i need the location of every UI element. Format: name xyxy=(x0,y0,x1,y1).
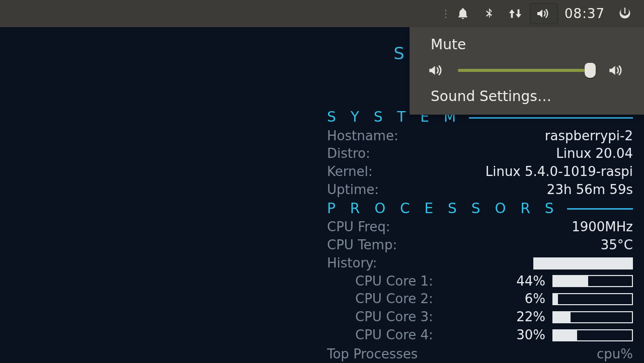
row-cpu-core-3: CPU Core 3:22% xyxy=(327,309,633,326)
section-processors-label: P R O C E S S O R S xyxy=(327,200,559,218)
cpu-freq-label: CPU Freq: xyxy=(327,219,390,236)
row-cpu-core-2: CPU Core 2:6% xyxy=(327,291,633,308)
volume-slider[interactable] xyxy=(458,69,596,72)
hostname-value: raspberrypi-2 xyxy=(545,128,633,145)
sound-settings-item[interactable]: Sound Settings… xyxy=(410,84,644,109)
vertical-dots-icon: ⋮ xyxy=(441,12,451,15)
section-processors-rule xyxy=(567,208,633,210)
row-uptime: Uptime: 23h 56m 59s xyxy=(327,182,633,199)
row-cpu-core-4: CPU Core 4:30% xyxy=(327,327,633,344)
core-label: CPU Core 3: xyxy=(327,309,433,326)
core-pct: 30% xyxy=(510,327,545,344)
volume-high-icon xyxy=(536,7,552,20)
row-history: History: xyxy=(327,255,633,272)
core-label: CPU Core 2: xyxy=(327,291,433,308)
cpu-freq-value: 1900MHz xyxy=(572,219,633,236)
volume-indicator[interactable] xyxy=(530,3,558,24)
history-label: History: xyxy=(327,255,377,272)
core-label: CPU Core 4: xyxy=(327,327,433,344)
distro-value: Linux 20.04 xyxy=(556,145,633,162)
volume-low-icon xyxy=(428,63,446,78)
section-system-rule xyxy=(469,117,633,119)
network-updown-icon xyxy=(508,7,523,20)
core-bar xyxy=(552,293,633,305)
cpu-temp-label: CPU Temp: xyxy=(327,237,397,254)
volume-high-icon xyxy=(608,63,626,78)
power-icon xyxy=(618,7,632,21)
system-menu-indicator[interactable] xyxy=(612,0,638,27)
volume-slider-row xyxy=(410,57,644,84)
core-pct: 22% xyxy=(510,309,545,326)
core-bar xyxy=(552,329,633,341)
hostname-label: Hostname: xyxy=(327,128,398,145)
volume-popover: Mute Sound Settings… xyxy=(410,27,644,115)
history-graph xyxy=(533,257,633,269)
bluetooth-icon xyxy=(483,6,495,21)
row-hostname: Hostname: raspberrypi-2 xyxy=(327,128,633,145)
top-processes-col: cpu% xyxy=(597,346,633,363)
volume-slider-thumb[interactable] xyxy=(585,63,596,78)
top-processes-label: Top Processes xyxy=(327,346,418,363)
top-panel: ⋮ 08:37 xyxy=(0,0,644,27)
distro-label: Distro: xyxy=(327,145,370,162)
core-bar xyxy=(552,311,633,323)
bluetooth-indicator[interactable] xyxy=(476,0,502,27)
row-cpu-freq: CPU Freq: 1900MHz xyxy=(327,219,633,236)
row-distro: Distro: Linux 20.04 xyxy=(327,145,633,162)
core-pct: 6% xyxy=(510,291,545,308)
clock[interactable]: 08:37 xyxy=(559,6,612,21)
uptime-label: Uptime: xyxy=(327,182,379,199)
bell-icon xyxy=(456,7,469,20)
row-cpu-core-1: CPU Core 1:44% xyxy=(327,273,633,290)
row-cpu-temp: CPU Temp: 35°C xyxy=(327,237,633,254)
mute-item[interactable]: Mute xyxy=(410,32,644,57)
history-value xyxy=(533,255,633,272)
row-top-processes: Top Processes cpu% xyxy=(327,346,633,363)
cpu-temp-value: 35°C xyxy=(601,237,633,254)
notifications-indicator[interactable] xyxy=(450,0,476,27)
network-indicator[interactable] xyxy=(502,0,528,27)
core-bar xyxy=(552,275,633,287)
kernel-label: Kernel: xyxy=(327,163,372,180)
core-label: CPU Core 1: xyxy=(327,273,433,290)
core-pct: 44% xyxy=(510,273,545,290)
section-processors-header: P R O C E S S O R S xyxy=(327,200,633,218)
indicator-handle[interactable]: ⋮ xyxy=(442,12,450,15)
uptime-value: 23h 56m 59s xyxy=(547,182,633,199)
kernel-value: Linux 5.4.0-1019-raspi xyxy=(486,163,633,180)
row-kernel: Kernel: Linux 5.4.0-1019-raspi xyxy=(327,163,633,180)
